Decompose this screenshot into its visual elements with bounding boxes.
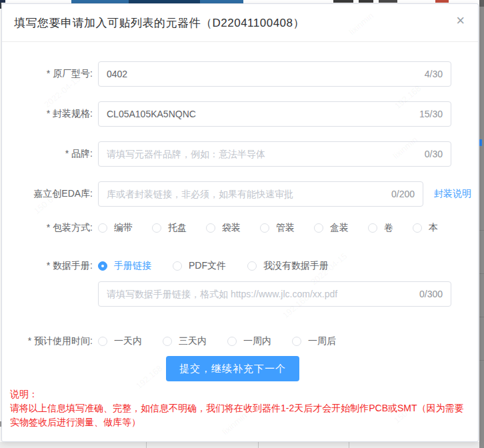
close-icon[interactable]: × xyxy=(456,13,465,28)
background-table-divider xyxy=(349,442,349,448)
submit-next-button[interactable]: 提交，继续补充下一个 xyxy=(166,356,299,381)
radio-selected-icon xyxy=(98,261,107,271)
radio-icon xyxy=(173,261,182,271)
scrollbar-line xyxy=(479,317,484,317)
background-table-divider xyxy=(146,442,147,448)
package-spec-label: * 封装规格: xyxy=(2,108,93,120)
datasheet-url-input-box: 0/300 xyxy=(98,281,451,307)
radio-packaging-tray[interactable]: 托盘 xyxy=(152,222,187,234)
brand-input[interactable] xyxy=(107,149,419,159)
background-text-fragment xyxy=(379,0,397,3)
radio-icon xyxy=(152,223,161,233)
background-table-divider xyxy=(258,442,259,448)
radio-icon xyxy=(206,223,215,233)
screen: 填写您要申请加入可贴列表的元器件（D22041100408） × * 原厂型号:… xyxy=(0,0,484,448)
field-row-packaging: * 包装方式: 编带 托盘 袋装 管装 盒装 卷 本 xyxy=(2,221,478,235)
package-spec-input[interactable] xyxy=(107,109,414,119)
scrollbar-line xyxy=(479,273,484,274)
radio-icon xyxy=(98,337,107,346)
background-text-fragment xyxy=(359,0,373,3)
radio-icon xyxy=(260,223,269,233)
datasheet-url-counter: 0/300 xyxy=(419,289,443,299)
field-row-factory-model: * 原厂型号: 4/30 xyxy=(2,61,478,87)
radio-icon xyxy=(413,223,422,233)
dialog-body: * 原厂型号: 4/30 * 封装规格: 15/30 * 品牌: xyxy=(2,42,478,429)
field-row-eda-lib: 嘉立创EDA库: 0/200 封装说明 xyxy=(2,181,478,207)
brand-label: * 品牌: xyxy=(2,148,93,160)
package-spec-counter: 15/30 xyxy=(419,109,443,119)
field-row-datasheet: * 数据手册: 手册链接 PDF文件 我没有数据手册 xyxy=(2,259,478,273)
radio-icon xyxy=(314,223,323,233)
note-title: 说明： xyxy=(10,387,471,401)
factory-model-input[interactable] xyxy=(107,69,419,79)
scrollbar-line xyxy=(479,360,484,361)
eda-lib-input-box: 0/200 xyxy=(98,181,423,207)
packaging-label: * 包装方式: xyxy=(2,222,93,234)
eda-lib-label: 嘉立创EDA库: xyxy=(2,188,93,200)
radio-packaging-tube[interactable]: 管装 xyxy=(260,222,295,234)
package-help-link[interactable]: 封装说明 xyxy=(434,188,471,200)
radio-usage-after1week[interactable]: 一周后 xyxy=(292,335,336,347)
radio-datasheet-pdf[interactable]: PDF文件 xyxy=(173,260,226,272)
factory-model-label: * 原厂型号: xyxy=(2,68,93,80)
factory-model-counter: 4/30 xyxy=(425,69,443,79)
note-text: 说明： 请将以上信息填写准确、完整，如信息不明确，我们将在收到器件1-2天后才会… xyxy=(10,387,471,429)
eda-lib-counter: 0/200 xyxy=(391,189,415,199)
add-component-dialog: 填写您要申请加入可贴列表的元器件（D22041100408） × * 原厂型号:… xyxy=(1,3,479,442)
radio-icon xyxy=(292,337,301,346)
brand-counter: 0/30 xyxy=(425,149,443,159)
scrollbar-top-cap xyxy=(479,0,484,7)
eda-lib-input[interactable] xyxy=(107,189,386,199)
radio-icon xyxy=(368,223,377,233)
radio-datasheet-none[interactable]: 我没有数据手册 xyxy=(247,260,329,272)
radio-packaging-box[interactable]: 盒装 xyxy=(314,222,349,234)
note-body: 请将以上信息填写准确、完整，如信息不明确，我们将在收到器件1-2天后才会开始制作… xyxy=(10,403,464,427)
scrollbar-blue-notch xyxy=(479,139,482,146)
datasheet-label: * 数据手册: xyxy=(2,260,93,272)
dialog-header: 填写您要申请加入可贴列表的元器件（D22041100408） × xyxy=(2,4,478,42)
dialog-title: 填写您要申请加入可贴列表的元器件（D22041100408） xyxy=(14,15,305,31)
brand-input-box: 0/30 xyxy=(98,141,451,167)
radio-icon xyxy=(98,223,107,233)
package-spec-input-box: 15/30 xyxy=(98,101,451,127)
factory-model-input-box: 4/30 xyxy=(98,61,451,87)
radio-usage-1day[interactable]: 一天内 xyxy=(98,335,142,347)
background-page-bottom xyxy=(0,442,479,448)
field-row-datasheet-url: 0/300 xyxy=(2,281,478,307)
radio-icon xyxy=(227,337,237,346)
background-text-fragment xyxy=(333,0,353,3)
field-row-package-spec: * 封装规格: 15/30 xyxy=(2,101,478,127)
radio-icon xyxy=(247,261,257,271)
scrollbar-line xyxy=(479,230,484,231)
field-row-brand: * 品牌: 0/30 xyxy=(2,141,478,167)
datasheet-url-input[interactable] xyxy=(107,289,414,299)
radio-packaging-bag[interactable]: 袋装 xyxy=(206,222,241,234)
radio-packaging-taped[interactable]: 编带 xyxy=(98,222,133,234)
field-row-usage-time: * 预计使用时间: 一天内 三天内 一周内 一周后 xyxy=(2,335,478,348)
radio-packaging-book[interactable]: 本 xyxy=(413,222,438,234)
radio-packaging-reel[interactable]: 卷 xyxy=(368,222,393,234)
radio-datasheet-link[interactable]: 手册链接 xyxy=(98,260,151,272)
radio-icon xyxy=(163,337,172,346)
radio-usage-3days[interactable]: 三天内 xyxy=(163,335,207,347)
page-scrollbar[interactable] xyxy=(479,0,484,448)
background-orange-chip xyxy=(435,0,449,3)
radio-usage-1week[interactable]: 一周内 xyxy=(227,335,271,347)
usage-time-label: * 预计使用时间: xyxy=(2,335,93,347)
